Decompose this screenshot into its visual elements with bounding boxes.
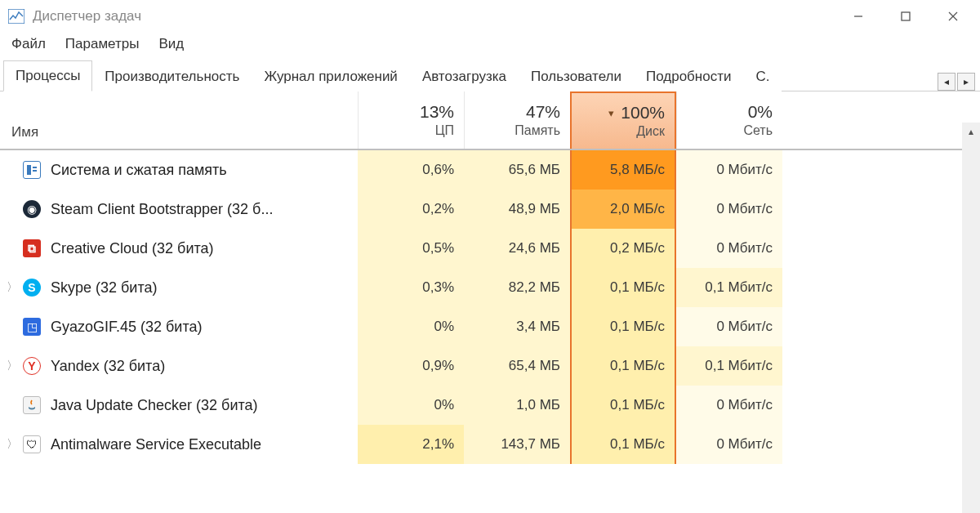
menu-view[interactable]: Вид [158,36,184,52]
memory-cell: 82,2 МБ [464,268,570,307]
memory-cell: 3,4 МБ [464,307,570,346]
process-name: Yandex (32 бита) [51,358,165,375]
process-name: Antimalware Service Executable [51,436,261,453]
window-controls [835,0,977,33]
process-name-cell[interactable]: Java Update Checker (32 бита) [0,386,358,425]
tab-performance[interactable]: Производительность [92,61,252,91]
column-memory-label: Память [514,123,560,138]
column-memory-pct: 47% [526,102,560,122]
sort-desc-icon: ▾ [608,107,614,119]
expand-icon[interactable]: 〉 [5,437,20,452]
maximize-button[interactable] [882,0,929,33]
table-row[interactable]: Java Update Checker (32 бита)0%1,0 МБ0,1… [0,386,980,425]
cpu-cell: 0% [358,386,464,425]
svg-rect-2 [902,12,910,20]
network-cell: 0 Мбит/с [676,150,782,190]
process-name-cell[interactable]: ◉Steam Client Bootstrapper (32 б... [0,190,358,229]
memory-cell: 24,6 МБ [464,229,570,268]
tab-scroll: ◂ ▸ [938,73,980,91]
cpu-cell: 0,3% [358,268,464,307]
column-network-pct: 0% [748,102,773,122]
process-name-cell[interactable]: 〉YYandex (32 бита) [0,346,358,386]
tab-details[interactable]: Подробности [634,61,744,91]
table-row[interactable]: 〉YYandex (32 бита)0,9%65,4 МБ0,1 МБ/с0,1… [0,346,980,386]
process-name: GyazoGIF.45 (32 бита) [51,319,202,336]
disk-cell: 5,8 МБ/с [570,150,676,190]
svg-rect-6 [33,167,37,168]
vertical-scrollbar[interactable]: ▴ [962,123,980,513]
disk-cell: 0,1 МБ/с [570,425,676,464]
menu-options[interactable]: Параметры [65,36,140,52]
column-memory[interactable]: 47% Память [464,91,570,149]
network-cell: 0,1 Мбит/с [676,268,782,307]
table-row[interactable]: Система и сжатая память0,6%65,6 МБ5,8 МБ… [0,150,980,190]
svg-rect-5 [27,165,31,175]
menu-file[interactable]: Файл [11,36,46,52]
column-network[interactable]: 0% Сеть [676,91,782,149]
svg-rect-7 [33,170,37,172]
task-manager-icon [8,9,24,24]
column-network-label: Сеть [743,123,773,138]
tab-users[interactable]: Пользователи [519,61,634,91]
menubar: Файл Параметры Вид [0,33,980,60]
disk-cell: 2,0 МБ/с [570,190,676,229]
process-name: Creative Cloud (32 бита) [51,240,214,257]
table-row[interactable]: ◉Steam Client Bootstrapper (32 б...0,2%4… [0,190,980,229]
expand-icon[interactable]: 〉 [5,280,20,295]
disk-cell: 0,1 МБ/с [570,346,676,386]
memory-cell: 48,9 МБ [464,190,570,229]
memory-cell: 65,6 МБ [464,150,570,190]
column-disk-label: Диск [636,124,665,139]
close-button[interactable] [929,0,977,33]
process-name-cell[interactable]: ◳GyazoGIF.45 (32 бита) [0,307,358,346]
process-name-cell[interactable]: 〉🛡Antimalware Service Executable [0,425,358,464]
memory-cell: 143,7 МБ [464,425,570,464]
column-disk[interactable]: ▾ 100% Диск [570,91,676,149]
process-name-cell[interactable]: ⧉Creative Cloud (32 бита) [0,229,358,268]
process-list: Система и сжатая память0,6%65,6 МБ5,8 МБ… [0,150,980,464]
network-cell: 0 Мбит/с [676,386,782,425]
process-name: Система и сжатая память [51,162,227,179]
disk-cell: 0,2 МБ/с [570,229,676,268]
cpu-cell: 0,5% [358,229,464,268]
cpu-cell: 0% [358,307,464,346]
minimize-button[interactable] [835,0,882,33]
tab-processes[interactable]: Процессы [3,60,92,91]
cpu-cell: 0,6% [358,150,464,190]
network-cell: 0 Мбит/с [676,190,782,229]
memory-cell: 65,4 МБ [464,346,570,386]
tabbar: Процессы Производительность Журнал прило… [0,60,980,91]
column-disk-pct: 100% [621,103,665,123]
column-cpu-label: ЦП [435,123,454,138]
column-cpu-pct: 13% [420,102,454,122]
process-name: Skype (32 бита) [51,279,157,297]
table-row[interactable]: 〉SSkype (32 бита)0,3%82,2 МБ0,1 МБ/с0,1 … [0,268,980,307]
network-cell: 0 Мбит/с [676,425,782,464]
tab-app-history[interactable]: Журнал приложений [252,61,410,91]
column-name[interactable]: Имя [0,91,358,149]
table-row[interactable]: ◳GyazoGIF.45 (32 бита)0%3,4 МБ0,1 МБ/с0 … [0,307,980,346]
column-cpu[interactable]: 13% ЦП [358,91,464,149]
window-title: Диспетчер задач [33,8,835,25]
column-header: Имя 13% ЦП 47% Память ▾ 100% Диск 0% Сет… [0,91,980,150]
cpu-cell: 0,9% [358,346,464,386]
table-row[interactable]: ⧉Creative Cloud (32 бита)0,5%24,6 МБ0,2 … [0,229,980,268]
tab-scroll-left[interactable]: ◂ [938,73,956,91]
network-cell: 0 Мбит/с [676,229,782,268]
scroll-up-button[interactable]: ▴ [962,123,980,141]
process-name: Steam Client Bootstrapper (32 б... [51,201,273,218]
table-row[interactable]: 〉🛡Antimalware Service Executable2,1%143,… [0,425,980,464]
tab-startup[interactable]: Автозагрузка [410,61,519,91]
disk-cell: 0,1 МБ/с [570,307,676,346]
cpu-cell: 0,2% [358,190,464,229]
process-name: Java Update Checker (32 бита) [51,397,258,414]
expand-icon[interactable]: 〉 [5,359,20,373]
process-name-cell[interactable]: Система и сжатая память [0,150,358,190]
memory-cell: 1,0 МБ [464,386,570,425]
network-cell: 0 Мбит/с [676,307,782,346]
tab-scroll-right[interactable]: ▸ [957,73,975,91]
disk-cell: 0,1 МБ/с [570,386,676,425]
tab-services-partial[interactable]: С. [743,61,782,91]
titlebar: Диспетчер задач [0,0,980,33]
process-name-cell[interactable]: 〉SSkype (32 бита) [0,268,358,307]
